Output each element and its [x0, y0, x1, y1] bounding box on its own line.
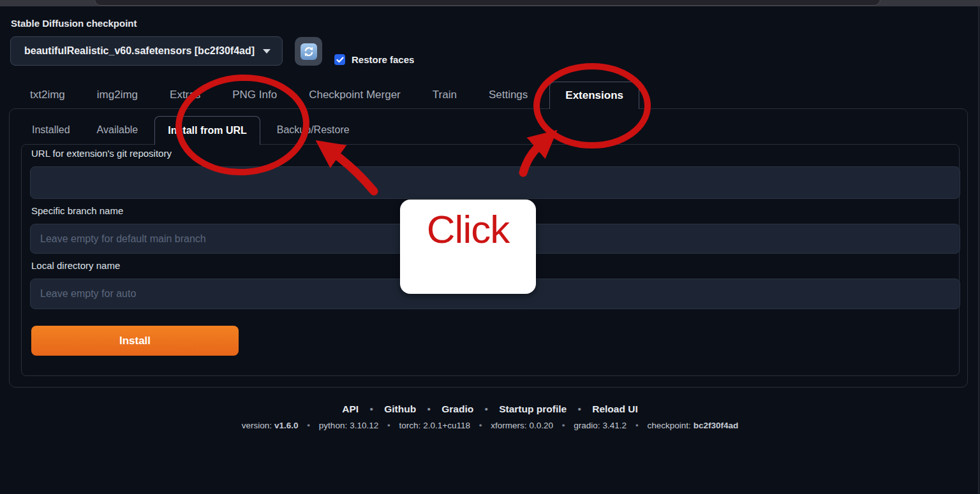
browser-url-bar — [94, 0, 880, 6]
checkpoint-value: beautifulRealistic_v60.safetensors [bc2f… — [24, 45, 255, 57]
xformers-label: xformers: — [491, 421, 526, 430]
main-tab-bar: txt2img img2img Extras PNG Info Checkpoi… — [10, 82, 639, 109]
version-label: version: — [242, 421, 272, 430]
subtab-install-from-url[interactable]: Install from URL — [154, 116, 260, 145]
subtab-backup-restore[interactable]: Backup/Restore — [267, 116, 360, 144]
tab-train[interactable]: Train — [422, 82, 467, 108]
checkpoint-label: Stable Diffusion checkpoint — [11, 18, 137, 29]
restore-faces-checkbox[interactable]: Restore faces — [334, 54, 414, 65]
git-url-label: URL for extension's git repository — [31, 148, 172, 159]
python-value: 3.10.12 — [350, 421, 378, 430]
footer-separator: • — [369, 403, 373, 414]
gradio-label: gradio: — [574, 421, 600, 430]
gradio-value: 3.41.2 — [603, 421, 627, 430]
footer-separator: • — [562, 421, 565, 430]
refresh-checkpoints-button[interactable] — [295, 37, 322, 66]
git-url-input[interactable] — [30, 166, 960, 199]
checkpoint-hash-value: bc2f30f4ad — [694, 421, 739, 430]
tab-checkpoint-merger[interactable]: Checkpoint Merger — [299, 82, 411, 108]
checkpoint-hash-label: checkpoint: — [647, 421, 690, 430]
footer-link-github[interactable]: Github — [384, 403, 416, 414]
footer-separator: • — [635, 421, 639, 430]
checkpoint-dropdown[interactable]: beautifulRealistic_v60.safetensors [bc2f… — [10, 36, 283, 66]
torch-value: 2.0.1+cu118 — [423, 421, 470, 430]
tab-img2img[interactable]: img2img — [87, 82, 148, 108]
browser-chrome-edge — [0, 0, 980, 6]
footer-separator: • — [427, 403, 430, 414]
tab-extensions[interactable]: Extensions — [549, 82, 639, 109]
footer-separator: • — [577, 403, 581, 414]
footer-separator: • — [484, 403, 487, 414]
checkbox-checked-icon — [334, 54, 345, 65]
restore-faces-label: Restore faces — [352, 54, 414, 65]
footer-links: API • Github • Gradio • Startup profile … — [0, 403, 980, 415]
click-callout: Click — [400, 200, 536, 294]
footer-link-api[interactable]: API — [342, 403, 359, 414]
footer-link-reload-ui[interactable]: Reload UI — [592, 403, 637, 414]
subtab-available[interactable]: Available — [87, 116, 149, 144]
subtab-installed[interactable]: Installed — [22, 116, 80, 144]
chevron-down-icon — [263, 49, 271, 54]
click-callout-text: Click — [427, 207, 509, 251]
tab-settings[interactable]: Settings — [479, 82, 538, 108]
tab-extras[interactable]: Extras — [160, 82, 211, 108]
local-directory-label: Local directory name — [31, 260, 120, 271]
branch-name-label: Specific branch name — [31, 205, 123, 216]
refresh-icon — [301, 43, 317, 60]
footer-link-gradio[interactable]: Gradio — [442, 403, 473, 414]
python-label: python: — [319, 421, 347, 430]
footer-separator: • — [387, 421, 390, 430]
footer-separator: • — [479, 421, 482, 430]
extensions-sub-tab-bar: Installed Available Install from URL Bac… — [22, 116, 360, 145]
tab-txt2img[interactable]: txt2img — [20, 82, 75, 108]
version-value: v1.6.0 — [274, 421, 299, 430]
torch-label: torch: — [399, 421, 420, 430]
footer-system-info: version:v1.6.0 • python:3.10.12 • torch:… — [0, 421, 980, 430]
tab-png-info[interactable]: PNG Info — [222, 82, 287, 108]
footer-link-startup-profile[interactable]: Startup profile — [499, 403, 567, 414]
footer-separator: • — [307, 421, 310, 430]
xformers-value: 0.0.20 — [529, 421, 553, 430]
install-button[interactable]: Install — [31, 326, 239, 356]
